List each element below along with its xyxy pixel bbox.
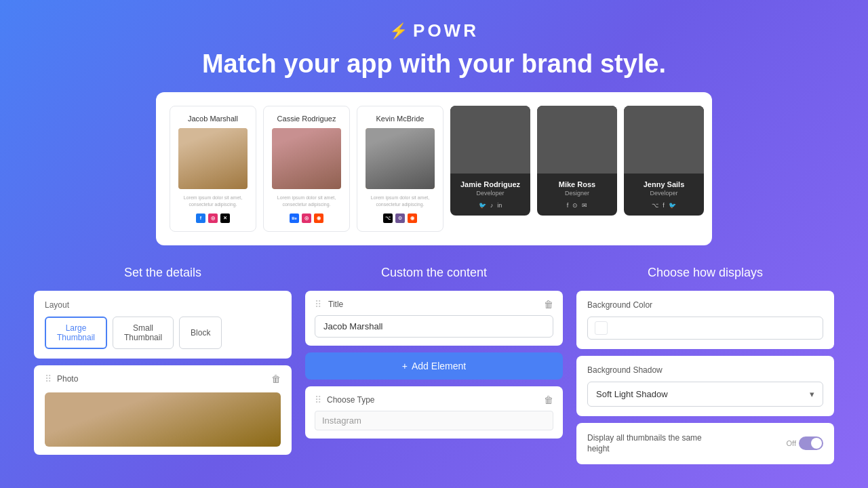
layout-btn-block[interactable]: Block xyxy=(179,317,222,349)
card-name-jamie: Jamie Rodriguez xyxy=(456,180,525,188)
color-text-input[interactable] xyxy=(613,323,816,333)
card-role-mike: Designer xyxy=(542,190,612,197)
layout-btn-small[interactable]: SmallThumbnail xyxy=(113,317,174,349)
layout-label: Layout xyxy=(45,300,281,310)
add-element-button[interactable]: + Add Element xyxy=(305,352,563,380)
photo-label: ⠿ Photo xyxy=(45,373,78,384)
tiktok-icon: ♪ xyxy=(490,202,494,209)
photo-card: ⠿ Photo 🗑 xyxy=(34,365,292,455)
custom-content-title: Custom the content xyxy=(305,266,563,280)
set-details-panel: Set the details Layout LargeThumbnail Sm… xyxy=(34,266,292,472)
card-name-kevin: Kevin McBride xyxy=(366,115,435,123)
photo-preview xyxy=(45,392,281,447)
title-field-header: ⠿ Title 🗑 xyxy=(305,291,563,315)
layout-btn-large[interactable]: LargeThumbnail xyxy=(45,317,107,349)
photo-label-text: Photo xyxy=(57,374,78,384)
card-photo-jacob xyxy=(178,128,248,189)
reddit2-icon: ◉ xyxy=(408,214,417,223)
choose-type-delete-icon[interactable]: 🗑 xyxy=(544,394,553,405)
github2-icon: ⊙ xyxy=(395,214,405,223)
title-input[interactable] xyxy=(315,315,553,338)
card-icons-jamie: 🐦 ♪ in xyxy=(456,202,525,209)
background-shadow-card: Background Shadow Soft Light Shadow ▾ xyxy=(576,356,834,416)
card-text-jacob: Lorem ipsum dolor sit amet, consectetur … xyxy=(178,195,248,208)
background-color-card: Background Color xyxy=(576,291,834,349)
drag-handle-icon: ⠿ xyxy=(45,373,52,384)
facebook-icon-dark2: f xyxy=(663,202,665,209)
toggle-label: Display all thumbnails the same height xyxy=(587,432,709,455)
title-drag-icon: ⠿ xyxy=(315,299,321,310)
bg-color-label: Background Color xyxy=(587,300,823,310)
reddit-icon: ◉ xyxy=(314,214,323,223)
card-icons-jenny: ⌥ f 🐦 xyxy=(629,202,698,209)
layout-card: Layout LargeThumbnail SmallThumbnail Blo… xyxy=(34,291,292,359)
title-field-card: ⠿ Title 🗑 xyxy=(305,291,563,346)
card-icons-cassie: Be ◎ ◉ xyxy=(272,214,341,223)
toggle-switch[interactable] xyxy=(799,436,823,450)
behance-icon: Be xyxy=(290,214,299,223)
delete-icon[interactable]: 🗑 xyxy=(271,373,281,384)
logo-icon: ⚡ xyxy=(389,22,408,40)
layout-btn-large-label: LargeThumbnail xyxy=(57,323,95,342)
x-icon: ✕ xyxy=(220,214,230,223)
card-name-mike: Mike Ross xyxy=(542,180,612,188)
card-info-jenny: Jenny Sails Developer ⌥ f 🐦 xyxy=(624,174,704,216)
card-text-kevin: Lorem ipsum dolor sit amet, consectetur … xyxy=(366,195,435,208)
card-name-jacob: Jacob Marshall xyxy=(178,115,248,123)
card-role-jamie: Developer xyxy=(456,190,525,197)
card-icons-jacob: f ◎ ✕ xyxy=(178,214,248,223)
color-input-row[interactable] xyxy=(587,317,823,340)
preview-card-jenny: Jenny Sails Developer ⌥ f 🐦 xyxy=(624,106,704,216)
toggle-card: Display all thumbnails the same height O… xyxy=(576,423,834,465)
title-field-label: Title xyxy=(328,300,343,309)
chevron-down-icon: ▾ xyxy=(810,389,814,399)
card-photo-cassie xyxy=(272,128,341,189)
choose-type-value: Instagram xyxy=(315,411,553,430)
card-photo-jamie xyxy=(450,106,530,174)
card-name-jenny: Jenny Sails xyxy=(629,180,698,188)
bottom-section: Set the details Layout LargeThumbnail Sm… xyxy=(0,266,868,472)
layout-btn-block-label: Block xyxy=(191,328,210,338)
preview-section: Jacob Marshall Lorem ipsum dolor sit ame… xyxy=(156,92,712,245)
github-icon-dark: ⌥ xyxy=(652,202,658,209)
card-role-jenny: Developer xyxy=(629,190,698,197)
page-header: ⚡ POWR Match your app with your brand st… xyxy=(0,0,868,92)
preview-card-cassie: Cassie Rodriguez Lorem ipsum dolor sit a… xyxy=(263,106,350,232)
linkedin-icon: in xyxy=(497,202,502,209)
card-icons-mike: f ⊙ ✉ xyxy=(542,202,612,209)
preview-card-jamie: Jamie Rodriguez Developer 🐦 ♪ in xyxy=(450,106,530,216)
title-field-left: ⠿ Title xyxy=(315,299,343,310)
title-delete-icon[interactable]: 🗑 xyxy=(544,299,553,310)
card-photo-kevin xyxy=(366,128,435,189)
add-element-icon: + xyxy=(402,361,408,371)
color-swatch xyxy=(595,321,608,335)
card-name-cassie: Cassie Rodriguez xyxy=(272,115,341,123)
logo-text: POWR xyxy=(413,20,479,41)
card-photo-jenny xyxy=(624,106,704,174)
choose-type-left: ⠿ Choose Type xyxy=(315,394,375,405)
card-text-cassie: Lorem ipsum dolor sit amet, consectetur … xyxy=(272,195,341,208)
facebook-icon: f xyxy=(196,214,205,223)
toggle-wrapper: Off xyxy=(787,436,823,450)
toggle-off-label: Off xyxy=(787,439,796,447)
twitter-icon-dark: 🐦 xyxy=(669,202,676,209)
bg-shadow-label: Background Shadow xyxy=(587,365,823,375)
instagram-icon: ◎ xyxy=(208,214,218,223)
toggle-thumb xyxy=(811,438,822,449)
card-info-jamie: Jamie Rodriguez Developer 🐦 ♪ in xyxy=(450,174,530,216)
card-icons-kevin: ⌥ ⊙ ◉ xyxy=(366,214,435,223)
choose-display-title: Choose how displays xyxy=(576,266,834,280)
instagram-icon: ◎ xyxy=(302,214,311,223)
logo: ⚡ POWR xyxy=(0,20,868,41)
email-icon: ✉ xyxy=(582,202,587,209)
choose-display-panel: Choose how displays Background Color Bac… xyxy=(576,266,834,472)
shadow-select[interactable]: Soft Light Shadow ▾ xyxy=(587,382,823,407)
choose-type-drag-icon: ⠿ xyxy=(315,394,321,405)
card-photo-mike xyxy=(537,106,617,174)
choose-type-header: ⠿ Choose Type 🗑 xyxy=(315,394,553,405)
custom-content-panel: Custom the content ⠿ Title 🗑 + Add Eleme… xyxy=(305,266,563,472)
toggle-row: Display all thumbnails the same height O… xyxy=(587,432,823,455)
add-element-label: Add Element xyxy=(412,361,466,371)
preview-card-kevin: Kevin McBride Lorem ipsum dolor sit amet… xyxy=(357,106,443,232)
facebook-icon-dark: f xyxy=(567,202,569,209)
